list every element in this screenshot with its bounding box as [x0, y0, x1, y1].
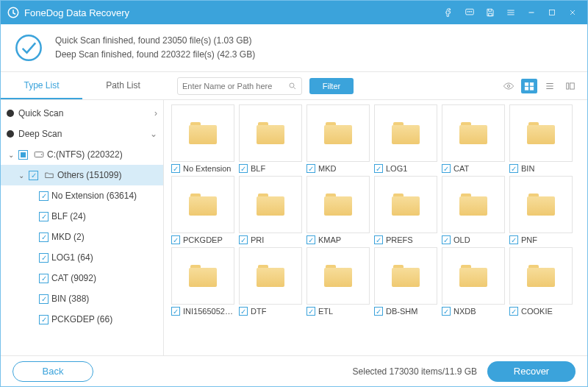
- tree-quick-scan[interactable]: Quick Scan›: [1, 103, 163, 124]
- svg-point-16: [41, 154, 43, 155]
- tree-item[interactable]: BLF (24): [1, 206, 163, 227]
- search-box[interactable]: [177, 77, 302, 95]
- menu-icon[interactable]: [502, 4, 520, 21]
- svg-rect-5: [550, 10, 555, 15]
- checkbox[interactable]: [306, 235, 315, 244]
- checkbox[interactable]: [509, 164, 518, 173]
- grid-item[interactable]: PNF: [509, 176, 573, 244]
- folder-thumb: [442, 176, 505, 233]
- grid-item-label: PCKGDEP: [183, 235, 223, 244]
- svg-rect-14: [570, 82, 574, 88]
- list-view-icon[interactable]: [542, 79, 558, 93]
- grid-item[interactable]: OLD: [442, 176, 505, 244]
- tree-item[interactable]: No Extension (63614): [1, 185, 163, 206]
- grid-item[interactable]: DB-SHM: [374, 247, 437, 316]
- tree-item-label: BLF (24): [51, 211, 86, 221]
- quick-scan-status: Quick Scan finished, found 23050 file(s)…: [55, 34, 255, 48]
- folder-thumb: [509, 176, 573, 233]
- grid-item-label: ETL: [318, 307, 333, 316]
- back-button[interactable]: Back: [12, 361, 93, 382]
- save-icon[interactable]: [481, 4, 499, 21]
- recover-button[interactable]: Recover: [487, 361, 576, 382]
- tree-item[interactable]: MKD (2): [1, 227, 163, 247]
- close-icon[interactable]: [564, 4, 581, 21]
- grid-item[interactable]: BIN: [509, 104, 573, 173]
- grid-item[interactable]: ETL: [306, 247, 370, 316]
- checkbox[interactable]: [306, 307, 315, 316]
- grid-item[interactable]: CAT: [442, 104, 505, 173]
- checkbox[interactable]: [39, 274, 49, 283]
- folder-thumb: [239, 104, 302, 162]
- tree-item[interactable]: CAT (9092): [1, 268, 163, 288]
- folder-thumb: [374, 104, 437, 162]
- chevron-down-icon: ⌄: [150, 129, 157, 139]
- checkbox[interactable]: [39, 191, 49, 201]
- tree-item-label: MKD (2): [51, 232, 85, 242]
- facebook-icon[interactable]: [440, 4, 458, 21]
- grid-item-label: PREFS: [386, 235, 413, 244]
- grid-item[interactable]: PRI: [239, 176, 302, 244]
- preview-toggle-icon[interactable]: [501, 79, 517, 93]
- toolbar: Type List Path List Filter: [1, 72, 587, 100]
- checkbox[interactable]: [239, 235, 248, 244]
- grid-view-icon[interactable]: [521, 79, 537, 93]
- checkbox[interactable]: [39, 212, 49, 221]
- grid-item-label: INI1565052569: [183, 307, 234, 316]
- feedback-icon[interactable]: [461, 4, 478, 21]
- tree-item[interactable]: PCKGDEP (66): [1, 309, 163, 330]
- detail-view-icon[interactable]: [562, 79, 578, 93]
- filter-button[interactable]: Filter: [309, 78, 354, 94]
- svg-rect-11: [525, 87, 528, 90]
- tree-item[interactable]: LOG1 (64): [1, 247, 163, 268]
- chevron-right-icon: ›: [154, 108, 157, 118]
- grid-item[interactable]: KMAP: [306, 176, 370, 244]
- checkbox[interactable]: [39, 232, 49, 242]
- checkbox[interactable]: [374, 307, 383, 316]
- grid-item[interactable]: COOKIE: [509, 247, 573, 316]
- grid-item[interactable]: BLF: [239, 104, 302, 173]
- minimize-icon[interactable]: [523, 4, 540, 21]
- checkbox[interactable]: [39, 315, 49, 324]
- checkbox[interactable]: [39, 253, 49, 263]
- tab-path-list[interactable]: Path List: [82, 73, 164, 99]
- checkbox[interactable]: [374, 164, 383, 173]
- grid-item-label: DTF: [251, 307, 266, 316]
- svg-point-2: [467, 11, 468, 12]
- checkbox[interactable]: [509, 235, 518, 244]
- svg-point-8: [507, 85, 509, 87]
- tree-drive[interactable]: ⌄C:(NTFS) (220322): [1, 144, 163, 165]
- checkbox[interactable]: [442, 235, 451, 244]
- checkbox[interactable]: [171, 307, 180, 316]
- search-input[interactable]: [182, 82, 288, 90]
- grid-item[interactable]: PREFS: [374, 176, 437, 244]
- checkbox[interactable]: [239, 307, 248, 316]
- grid-item[interactable]: INI1565052569: [171, 247, 234, 316]
- checkbox[interactable]: [171, 235, 180, 244]
- grid-item[interactable]: DTF: [239, 247, 302, 316]
- grid-item-label: COOKIE: [521, 307, 553, 316]
- grid-item-label: KMAP: [318, 235, 341, 244]
- grid-item[interactable]: PCKGDEP: [171, 176, 234, 244]
- checkbox[interactable]: [29, 171, 38, 180]
- checkbox[interactable]: [39, 294, 49, 304]
- grid-item[interactable]: LOG1: [374, 104, 437, 173]
- maximize-icon[interactable]: [543, 4, 561, 21]
- tree-item[interactable]: BIN (388): [1, 288, 163, 309]
- grid-item[interactable]: NXDB: [442, 247, 505, 316]
- grid-item[interactable]: MKD: [306, 104, 370, 173]
- tab-type-list[interactable]: Type List: [1, 73, 82, 99]
- checkbox[interactable]: [442, 164, 451, 173]
- checkbox[interactable]: [18, 150, 28, 160]
- tree-others[interactable]: ⌄Others (151099): [1, 165, 163, 185]
- checkbox[interactable]: [306, 164, 315, 173]
- checkbox[interactable]: [374, 235, 383, 244]
- checkbox[interactable]: [442, 307, 451, 316]
- checkbox[interactable]: [239, 164, 248, 173]
- checkbox[interactable]: [171, 164, 180, 173]
- checkbox[interactable]: [509, 307, 518, 316]
- tree-deep-scan[interactable]: Deep Scan⌄: [1, 124, 163, 144]
- grid-item[interactable]: No Extension: [171, 104, 234, 173]
- folder-thumb: [171, 176, 234, 233]
- folder-thumb: [442, 247, 505, 305]
- folder-thumb: [509, 104, 573, 162]
